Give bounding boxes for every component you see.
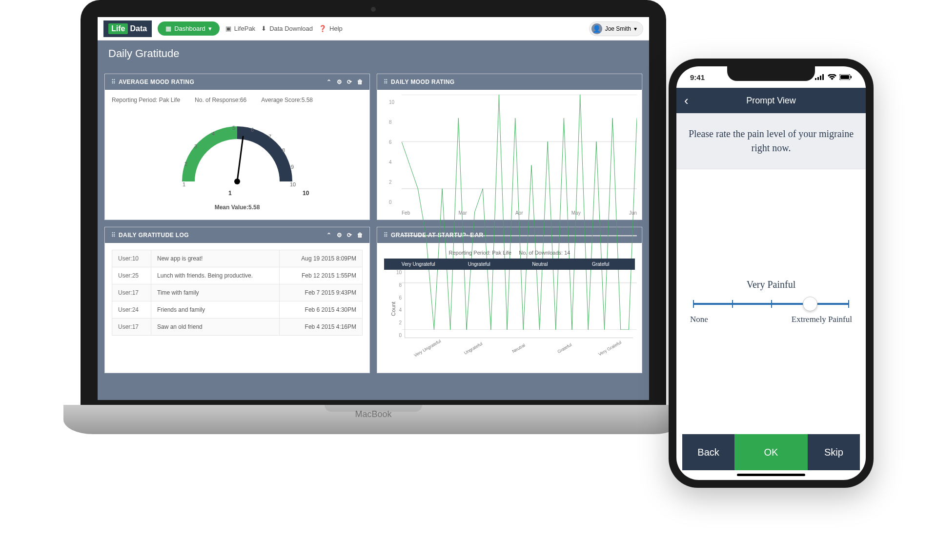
help-icon: ❓	[319, 25, 326, 32]
log-user: User:10	[112, 250, 151, 267]
svg-text:3: 3	[194, 143, 197, 149]
skip-button[interactable]: Skip	[808, 434, 860, 470]
download-icon: ⬇	[261, 25, 266, 32]
nav-lifepak[interactable]: ▣ LifePak	[225, 25, 255, 32]
page-title: Daily Gratitude	[98, 40, 649, 67]
trash-icon[interactable]: 🗑	[357, 232, 363, 239]
trash-icon[interactable]: 🗑	[357, 79, 363, 85]
svg-rect-24	[851, 76, 852, 78]
phone-nav-title: Prompt View	[746, 96, 796, 106]
panel-title: AVERAGE MOOD RATING	[119, 79, 194, 85]
laptop-screen: Life Data ▦ Dashboard ▾ ▣ LifePak ⬇ Data…	[98, 17, 649, 400]
drag-handle-icon[interactable]: ⠿	[384, 79, 387, 85]
phone-body: Very Painful None Extremely Painful	[676, 169, 866, 434]
log-text: Friends and family	[151, 301, 280, 319]
laptop-device: Life Data ▦ Dashboard ▾ ▣ LifePak ⬇ Data…	[63, 0, 683, 449]
svg-text:4: 4	[212, 131, 215, 137]
svg-rect-18	[815, 78, 816, 80]
app-logo: Life Data	[103, 20, 152, 37]
slider-current-label: Very Painful	[690, 279, 852, 290]
refresh-icon[interactable]: ⟳	[347, 79, 352, 85]
laptop-bezel: Life Data ▦ Dashboard ▾ ▣ LifePak ⬇ Data…	[81, 0, 666, 405]
log-text: New app is great!	[151, 250, 280, 267]
dashboard-grid: ⠿ AVERAGE MOOD RATING ⌃ ⚙ ⟳ 🗑 Reporting	[98, 67, 649, 380]
drag-handle-icon[interactable]: ⠿	[111, 79, 115, 85]
log-timestamp: Feb 12 2015 1:55PM	[280, 267, 363, 284]
line-chart-yaxis: 1086420	[389, 100, 394, 205]
bar-meta: Reporting Period: Pak Life No. of Downlo…	[384, 250, 635, 256]
svg-text:2: 2	[184, 161, 187, 167]
panel-header: ⠿ DAILY MOOD RATING	[377, 74, 642, 90]
nav-help[interactable]: ❓ Help	[319, 25, 343, 32]
phone-navbar: ‹ Prompt View	[676, 88, 866, 113]
log-text: Saw an old friend	[151, 319, 280, 336]
panel-header: ⠿ DAILY GRATITUDE LOG ⌃ ⚙ ⟳ 🗑	[105, 227, 369, 243]
nav-help-label: Help	[329, 25, 343, 32]
panel-average-mood: ⠿ AVERAGE MOOD RATING ⌃ ⚙ ⟳ 🗑 Reporting	[104, 74, 370, 220]
logo-right: Data	[130, 24, 147, 33]
gear-icon[interactable]: ⚙	[337, 232, 342, 239]
log-text: Time with family	[151, 284, 280, 301]
svg-text:7: 7	[268, 134, 271, 140]
log-user: User:25	[112, 267, 151, 284]
ok-button[interactable]: OK	[734, 434, 808, 470]
panel-title: DAILY MOOD RATING	[391, 79, 455, 85]
panel-body: Reporting Period: Pak Life No. of Downlo…	[377, 243, 642, 373]
svg-rect-21	[822, 74, 824, 80]
panel-body: User:10New app is great!Aug 19 2015 8:09…	[105, 243, 369, 373]
log-timestamp: Feb 7 2015 9:43PM	[280, 284, 363, 301]
nav-data-download[interactable]: ⬇ Data Download	[261, 25, 313, 32]
slider-track[interactable]	[693, 303, 849, 305]
refresh-icon[interactable]: ⟳	[347, 232, 352, 239]
nav-data-download-label: Data Download	[269, 25, 313, 32]
panel-body: 1086420 FebMarAprMayJun	[377, 90, 642, 220]
back-button[interactable]: Back	[682, 434, 734, 470]
nav-lifepak-label: LifePak	[234, 25, 255, 32]
gauge-chart: 1 2 3 4 5 6 7 8 9 10 1 10	[159, 108, 315, 201]
phone-actions: Back OK Skip	[682, 434, 860, 470]
table-row: User:25Lunch with friends. Being product…	[112, 267, 363, 284]
log-table: User:10New app is great!Aug 19 2015 8:09…	[112, 250, 363, 336]
log-user: User:24	[112, 301, 151, 319]
line-chart-xaxis: FebMarAprMayJun	[402, 210, 637, 216]
laptop-camera	[371, 7, 376, 12]
bar-plot	[405, 270, 633, 338]
bar-legend: Very UngratefulUngratefulNeutralGrateful	[384, 259, 635, 270]
app-topbar: Life Data ▦ Dashboard ▾ ▣ LifePak ⬇ Data…	[98, 17, 649, 40]
slider-thumb[interactable]	[803, 297, 817, 311]
back-icon[interactable]: ‹	[684, 93, 689, 108]
table-row: User:24Friends and familyFeb 6 2015 4:30…	[112, 301, 363, 319]
logo-left: Life	[108, 23, 128, 34]
phone-device: 9:41 ‹ Prompt View Please rate the pain …	[669, 59, 874, 488]
prompt-text: Please rate the pain level of your migra…	[676, 113, 866, 169]
collapse-icon[interactable]: ⌃	[326, 232, 331, 239]
svg-text:1: 1	[183, 181, 185, 187]
table-row: User:10New app is great!Aug 19 2015 8:09…	[112, 250, 363, 267]
gauge-max-label: 10	[303, 190, 309, 197]
gear-icon[interactable]: ⚙	[337, 79, 342, 85]
log-user: User:17	[112, 319, 151, 336]
user-name: Joe Smith	[605, 25, 631, 32]
home-indicator[interactable]	[737, 474, 805, 476]
laptop-base: MacBook	[63, 405, 683, 434]
drag-handle-icon[interactable]: ⠿	[111, 232, 115, 239]
panel-body: Reporting Period: Pak Life No. of Respon…	[105, 90, 369, 220]
log-timestamp: Feb 4 2015 4:16PM	[280, 319, 363, 336]
log-text: Lunch with friends. Being productive.	[151, 267, 280, 284]
drag-handle-icon[interactable]: ⠿	[384, 232, 387, 239]
collapse-icon[interactable]: ⌃	[326, 79, 331, 85]
bar-xaxis: Very UngratefulUngratefulNeutralGrateful…	[405, 346, 633, 351]
phone-notch	[727, 66, 815, 81]
signal-icon	[815, 73, 825, 81]
slider-max-label: Extremely Painful	[792, 315, 852, 324]
dashboard-label: Dashboard	[174, 25, 205, 32]
panel-daily-mood: ⠿ DAILY MOOD RATING 1086420 FebMarAprMay…	[377, 74, 642, 220]
chevron-down-icon: ▾	[208, 25, 212, 32]
bar-yaxis: 1086420	[395, 270, 402, 338]
svg-text:9: 9	[291, 164, 294, 170]
gauge-min-label: 1	[228, 190, 232, 197]
dashboard-button[interactable]: ▦ Dashboard ▾	[158, 21, 220, 36]
svg-rect-19	[817, 77, 819, 80]
lifepak-icon: ▣	[225, 25, 231, 32]
user-menu[interactable]: 👤 Joe Smith ▾	[589, 21, 643, 36]
